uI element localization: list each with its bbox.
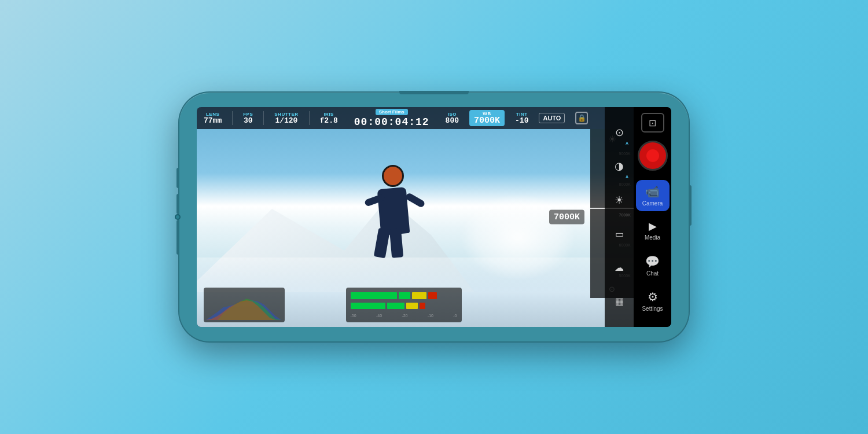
volume-down-button [176,194,179,214]
hud-iris-value: f2.8 [320,117,338,124]
audio-label-10: -10 [428,314,433,318]
exposure-button[interactable]: ◑ A [609,156,630,176]
hud-top-bar: LENS 77mm FPS 30 SHUTTER 1/120 IRIS f2.8 [197,107,634,129]
hud-fps-value: 30 [244,117,253,124]
snow-spray [460,194,576,281]
wb-scene-button[interactable]: ☀ [609,190,630,211]
hud-tint-value: -10 [515,117,528,124]
hud-iris[interactable]: IRIS f2.8 [320,112,338,124]
hud-lens[interactable]: LENS 77mm [204,112,222,124]
nav-item-chat[interactable]: 💬 Chat [635,250,670,281]
grid-button[interactable]: ▦ [609,291,630,312]
audio-ch2-green [351,303,385,310]
audio-scale: -50 -40 -20 -10 -0 [351,314,457,318]
audio-channel-1 [351,292,457,299]
audio-ch2-red [420,303,425,310]
hud-wb-control[interactable]: WB 7000K [469,110,505,126]
audio-ch1-green2 [399,292,410,299]
hud-divider-3 [309,111,310,125]
nav-item-settings[interactable]: ⚙ Settings [635,285,670,317]
silent-switch [176,220,179,255]
phone-shell: LENS 77mm FPS 30 SHUTTER 1/120 IRIS f2.8 [179,93,689,341]
audio-label-20: -20 [402,314,407,318]
grid-icon: ▦ [615,296,624,307]
af-button[interactable]: ⊙ A [609,122,630,143]
outer-nav: 📹 Camera ▶ Media 💬 Chat ⚙ Settings [634,175,671,321]
hud-lens-value: 77mm [204,117,222,124]
nav-item-media[interactable]: ▶ Media [635,215,670,245]
hud-divider-2 [263,111,264,125]
hud-divider-1 [232,111,233,125]
camera-nav-icon: 📹 [645,185,660,198]
histogram-panel [204,288,285,322]
cloud-button[interactable]: ☁ [609,257,630,278]
audio-ch1-green [351,292,397,299]
audio-label-40: -40 [376,314,382,318]
histogram-chart [206,290,282,320]
front-camera [175,214,181,220]
hud-timecode-value: 00:00:04:12 [354,116,429,128]
audio-meter-panel: -50 -40 -20 -10 -0 [346,288,462,322]
camera-nav-label: Camera [642,200,663,207]
hud-timecode[interactable]: Short Films 00:00:04:12 [354,109,429,128]
phone-screen: LENS 77mm FPS 30 SHUTTER 1/120 IRIS f2.8 [197,107,671,327]
exposure-icon: ◑ [615,160,624,172]
skier-figure [359,165,428,281]
hud-fps[interactable]: FPS 30 [243,112,253,124]
skier-leg-right [389,228,403,258]
hud-shutter-value: 1/120 [275,117,297,124]
side-icons-panel: ⊙ A ◑ A ☀ ▭ ☁ ▦ [605,107,634,327]
audio-ch1-yellow [412,292,426,299]
audio-ch1-red [428,292,437,299]
wb-current-value: 7000K [549,210,584,225]
gallery-icon: ▭ [615,229,624,240]
media-nav-label: Media [645,234,660,241]
hud-iso[interactable]: ISO 800 [446,112,459,124]
aspect-ratio-icon[interactable]: ⊡ [641,113,664,133]
nav-item-camera[interactable]: 📹 Camera [636,180,670,211]
cloud-icon: ☁ [615,262,624,273]
skier-head [382,165,404,187]
chat-nav-icon: 💬 [645,255,660,269]
record-button[interactable] [638,141,668,171]
hud-preset-badge: Short Films [376,109,408,115]
audio-label-50: -50 [351,314,356,318]
skier-arm-right [404,192,425,208]
audio-ch2-yellow [406,303,418,310]
audio-label-0: -0 [453,314,457,318]
record-inner-dot [646,149,659,162]
hud-wb-value: 7000K [474,116,500,125]
chat-nav-label: Chat [646,270,659,277]
media-nav-icon: ▶ [649,220,657,233]
af-icon: ⊙ [615,126,624,139]
hud-lock-button[interactable]: 🔒 [575,112,588,124]
top-notch [399,91,469,94]
hud-tint[interactable]: TINT -10 [515,112,528,124]
aspect-icon-symbol: ⊡ [649,117,656,128]
gallery-button[interactable]: ▭ [609,223,630,244]
audio-channel-2 [351,303,457,310]
controls-panel: ⊡ 📹 Camera ▶ Media 💬 Chat [634,107,671,327]
power-button [689,185,692,226]
hud-shutter[interactable]: SHUTTER 1/120 [274,112,298,124]
skier-leg-left [374,228,390,259]
sun-icon: ☀ [615,194,624,207]
camera-viewfinder[interactable]: LENS 77mm FPS 30 SHUTTER 1/120 IRIS f2.8 [197,107,634,327]
settings-nav-label: Settings [642,306,663,312]
hud-iso-value: 800 [446,117,459,124]
volume-up-button [176,168,179,188]
hud-auto-button[interactable]: AUTO [539,113,565,123]
settings-nav-icon: ⚙ [648,290,658,304]
audio-ch2-green2 [387,303,404,310]
